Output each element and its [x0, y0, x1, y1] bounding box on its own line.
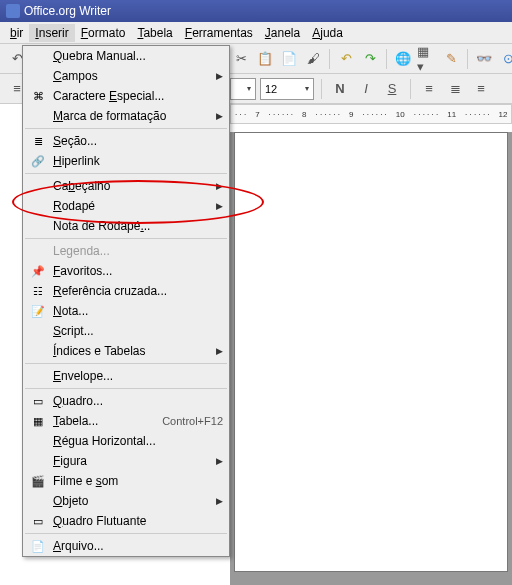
align-right-button[interactable]: ≡: [470, 78, 492, 100]
menu-item-icon: ▦: [29, 413, 47, 429]
menu-item-label: Legenda...: [53, 244, 223, 258]
menu-item-icon: ▭: [29, 393, 47, 409]
menu-item-label: Envelope...: [53, 369, 223, 383]
menu-item-rguahorizontal[interactable]: Régua Horizontal...: [23, 431, 229, 451]
find2-button[interactable]: 👓: [473, 48, 495, 70]
menu-item-icon: [29, 108, 47, 124]
italic-button[interactable]: I: [355, 78, 377, 100]
menu-ferramentas[interactable]: Ferramentas: [179, 24, 259, 42]
menu-item-refernciacruzada[interactable]: ☷Referência cruzada...: [23, 281, 229, 301]
menu-item-rodap[interactable]: Rodapé▶: [23, 196, 229, 216]
menu-item-icon: ▭: [29, 513, 47, 529]
menu-tabela[interactable]: Tabela: [131, 24, 178, 42]
nav2-button[interactable]: ⊙: [497, 48, 512, 70]
menu-item-quadroflutuante[interactable]: ▭Quadro Flutuante: [23, 511, 229, 531]
menu-item-icon: [29, 323, 47, 339]
menu-bir[interactable]: bir: [4, 24, 29, 42]
menu-item-icon: 🎬: [29, 473, 47, 489]
menu-item-label: Caractere Especial...: [53, 89, 223, 103]
menu-item-label: Referência cruzada...: [53, 284, 223, 298]
menubar: birInserirFormatoTabelaFerramentasJanela…: [0, 22, 512, 44]
menu-item-hiperlink[interactable]: 🔗Hiperlink: [23, 151, 229, 171]
menu-item-quadro[interactable]: ▭Quadro...: [23, 391, 229, 411]
menu-item-script[interactable]: Script...: [23, 321, 229, 341]
menu-item-seo[interactable]: ≣Seção...: [23, 131, 229, 151]
submenu-arrow-icon: ▶: [216, 201, 223, 211]
align-center-button[interactable]: ≣: [444, 78, 466, 100]
menu-item-label: Nota de Rodapé...: [53, 219, 223, 233]
menu-janela[interactable]: Janela: [259, 24, 306, 42]
menu-item-icon: ≣: [29, 133, 47, 149]
separator: [329, 49, 330, 69]
menu-item-icon: [29, 178, 47, 194]
separator: [410, 79, 411, 99]
menu-item-arquivo[interactable]: 📄Arquivo...: [23, 536, 229, 556]
undo2-button[interactable]: ↶: [335, 48, 357, 70]
menu-item-label: Quadro...: [53, 394, 223, 408]
menu-item-caractereespecial[interactable]: ⌘Caractere Especial...: [23, 86, 229, 106]
menu-item-icon: [29, 68, 47, 84]
separator: [467, 49, 468, 69]
menu-formato[interactable]: Formato: [75, 24, 132, 42]
underline-button[interactable]: S: [381, 78, 403, 100]
menu-item-ndicesetabelas[interactable]: Índices e Tabelas▶: [23, 341, 229, 361]
submenu-arrow-icon: ▶: [216, 71, 223, 81]
menu-item-icon: [29, 368, 47, 384]
submenu-arrow-icon: ▶: [216, 456, 223, 466]
menu-item-label: Filme e som: [53, 474, 223, 488]
menu-item-notaderodap[interactable]: Nota de Rodapé...: [23, 216, 229, 236]
menu-item-label: Tabela...: [53, 414, 154, 428]
menu-item-marcadeformatao[interactable]: Marca de formatação▶: [23, 106, 229, 126]
font-dropdown-arrow[interactable]: ▾: [230, 78, 256, 100]
menu-item-nota[interactable]: 📝Nota...: [23, 301, 229, 321]
menu-item-envelope[interactable]: Envelope...: [23, 366, 229, 386]
menu-item-favoritos[interactable]: 📌Favoritos...: [23, 261, 229, 281]
menu-item-objeto[interactable]: Objeto▶: [23, 491, 229, 511]
cut-button[interactable]: ✂: [230, 48, 252, 70]
submenu-arrow-icon: ▶: [216, 496, 223, 506]
insert-menu-popup: Quebra Manual...Campos▶⌘Caractere Especi…: [22, 45, 230, 557]
redo2-button[interactable]: ↷: [359, 48, 381, 70]
menu-item-cabealho[interactable]: Cabeçalho▶: [23, 176, 229, 196]
paste-button[interactable]: 📄: [278, 48, 300, 70]
menu-item-figura[interactable]: Figura▶: [23, 451, 229, 471]
menu-separator: [25, 238, 227, 239]
bold-button[interactable]: N: [329, 78, 351, 100]
paintbrush-button[interactable]: 🖌: [302, 48, 324, 70]
menu-item-label: Figura: [53, 454, 210, 468]
menu-item-legenda: Legenda...: [23, 241, 229, 261]
menu-separator: [25, 173, 227, 174]
menu-item-label: Favoritos...: [53, 264, 223, 278]
menu-item-icon: [29, 343, 47, 359]
menu-item-label: Rodapé: [53, 199, 210, 213]
menu-item-label: Quadro Flutuante: [53, 514, 223, 528]
draw-button[interactable]: ✎: [440, 48, 462, 70]
copy-button[interactable]: 📋: [254, 48, 276, 70]
menu-item-campos[interactable]: Campos▶: [23, 66, 229, 86]
menu-item-quebramanual[interactable]: Quebra Manual...: [23, 46, 229, 66]
menu-separator: [25, 388, 227, 389]
menu-item-filmeesom[interactable]: 🎬Filme e som: [23, 471, 229, 491]
separator: [386, 49, 387, 69]
submenu-arrow-icon: ▶: [216, 181, 223, 191]
menu-item-label: Régua Horizontal...: [53, 434, 223, 448]
menu-item-icon: [29, 198, 47, 214]
menu-item-icon: [29, 493, 47, 509]
menu-item-icon: [29, 433, 47, 449]
align-left2-button[interactable]: ≡: [418, 78, 440, 100]
hyperlink2-button[interactable]: 🌐: [392, 48, 414, 70]
menu-item-icon: [29, 453, 47, 469]
horizontal-ruler[interactable]: · · · 7 · · · · · · 8 · · · · · · 9 · · …: [230, 104, 512, 124]
menu-item-tabela[interactable]: ▦Tabela...Control+F12: [23, 411, 229, 431]
table2-button[interactable]: ▦ ▾: [416, 48, 438, 70]
font-size-dropdown[interactable]: 12 ▾: [260, 78, 314, 100]
menu-item-label: Quebra Manual...: [53, 49, 223, 63]
menu-inserir[interactable]: Inserir: [29, 24, 74, 42]
menu-separator: [25, 363, 227, 364]
titlebar: Office.org Writer: [0, 0, 512, 22]
menu-item-icon: 🔗: [29, 153, 47, 169]
menu-ajuda[interactable]: Ajuda: [306, 24, 349, 42]
menu-item-icon: 📝: [29, 303, 47, 319]
submenu-arrow-icon: ▶: [216, 346, 223, 356]
document-page[interactable]: [234, 132, 508, 572]
